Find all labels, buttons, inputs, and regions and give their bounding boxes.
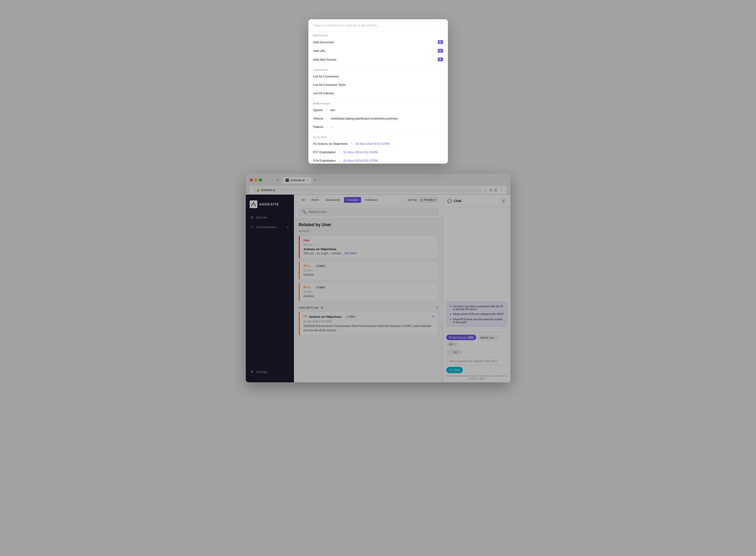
command-list-connectors[interactable]: List All Connectors xyxy=(309,72,448,80)
scope-athena-sep: • xyxy=(326,117,328,120)
add-source-label: Add Source xyxy=(309,32,448,38)
command-alert-p2-aoo[interactable]: P2 Actions on Objectives • 02-Nov-2024 6… xyxy=(309,140,448,148)
command-alert-p24[interactable]: P24 Exploitation • 02-Nov-2024 6:52:07PM xyxy=(309,157,448,164)
scope-flatiron-sep: • xyxy=(327,125,328,129)
commands-label: /commands xyxy=(309,66,448,72)
alert-p24-label: P24 Exploitation xyxy=(313,159,336,163)
alert-p24-date[interactable]: 02-Nov-2024 6:52:07PM xyxy=(344,159,377,163)
alert-p17-label: P17 Exploitation xyxy=(313,150,336,154)
command-scope-splunk[interactable]: Splunk • win xyxy=(309,106,448,114)
scope-splunk-detail: win xyxy=(330,108,335,112)
alert-p2-aoo-label: P2 Actions on Objectives xyxy=(313,142,348,145)
go-to-alert-label: Go to Alert xyxy=(309,133,448,140)
alert-p2-aoo-sep: • xyxy=(351,142,352,145)
add-document-kbd: D xyxy=(438,40,443,44)
add-alert-source-label: Add Alert Source xyxy=(313,58,337,61)
add-url-label: Add URL xyxy=(313,49,326,53)
command-list-connector-tools[interactable]: List All Connector Tools xyxy=(309,80,448,89)
divider-2 xyxy=(309,98,448,99)
command-scope-athena[interactable]: Athena • AwsDataCatalog.dashboard.hostme… xyxy=(309,114,448,123)
divider-1 xyxy=(309,65,448,65)
alert-p24-sep: • xyxy=(339,159,340,163)
command-list-indexes[interactable]: List All Indexes xyxy=(309,89,448,98)
list-connector-tools-label: List All Connector Tools xyxy=(313,83,346,86)
list-indexes-label: List All Indexes xyxy=(313,92,334,95)
scope-splunk-sep: • xyxy=(326,108,327,112)
scope-flatiron-detail: ... xyxy=(331,125,334,129)
command-add-alert-source[interactable]: Add Alert Source A xyxy=(309,55,448,64)
list-connectors-label: List All Connectors xyxy=(313,75,339,78)
add-url-kbd: U xyxy=(438,49,443,53)
command-scope-flatiron[interactable]: Flatiron • ... xyxy=(309,123,448,131)
add-alert-source-kbd: A xyxy=(438,58,443,61)
alert-p17-date[interactable]: 02-Nov-2024 6:51:33PM xyxy=(344,150,377,154)
scope-flatiron-name: Flatiron xyxy=(313,125,324,129)
command-add-url[interactable]: Add URL U xyxy=(309,46,448,55)
scope-splunk-name: Splunk xyxy=(313,108,323,112)
command-search-input[interactable] xyxy=(313,23,443,27)
alert-p2-aoo-date[interactable]: 02-Nov-2024 6:51:02PM xyxy=(356,142,390,145)
scope-athena-detail: AwsDataCatalog.dashboard.hostmetrics.pri… xyxy=(331,117,398,120)
command-palette-overlay[interactable]: Add Source Add Document D Add URL U Add … xyxy=(0,0,756,556)
refine-scope-label: Refine Scope xyxy=(309,100,448,106)
command-add-document[interactable]: Add Document D xyxy=(309,38,448,46)
scope-athena-name: Athena xyxy=(313,117,323,120)
alert-p17-sep: • xyxy=(339,150,340,154)
command-search xyxy=(309,19,448,32)
command-palette: Add Source Add Document D Add URL U Add … xyxy=(309,19,448,164)
command-alert-p17[interactable]: P17 Exploitation • 02-Nov-2024 6:51:33PM xyxy=(309,148,448,157)
add-document-label: Add Document xyxy=(313,40,334,44)
divider-3 xyxy=(309,132,448,132)
